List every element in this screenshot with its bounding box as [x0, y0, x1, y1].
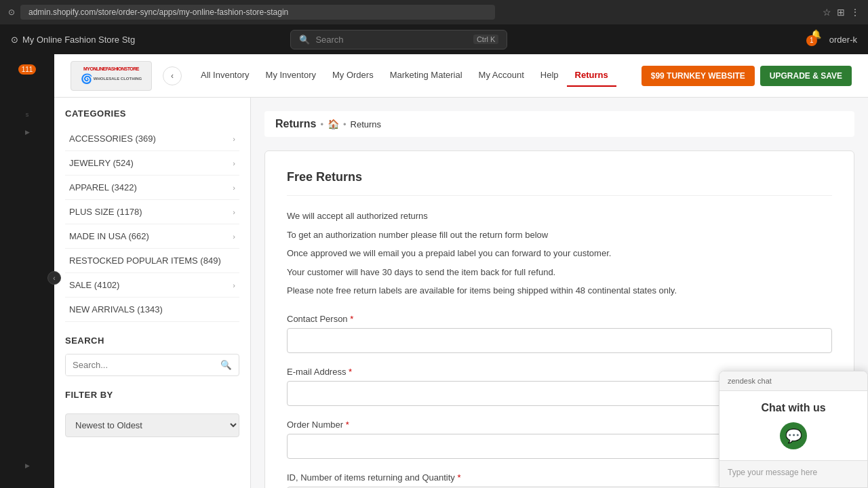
search-button[interactable]: 🔍 — [214, 354, 239, 375]
nav-returns[interactable]: Returns — [567, 64, 616, 87]
page-title-label: Returns — [275, 118, 316, 130]
chat-icon: 💬 — [780, 422, 807, 449]
search-input[interactable] — [66, 354, 214, 375]
upgrade-button[interactable]: UPGRADE & SAVE — [760, 66, 852, 86]
category-restocked[interactable]: RESTOCKED POPULAR ITEMS (849) — [65, 249, 239, 273]
chevron-right-icon: › — [233, 232, 235, 241]
nav-all-inventory[interactable]: All Inventory — [193, 64, 258, 87]
chat-widget: zendesk chat Chat with us 💬 Type your me… — [719, 371, 868, 488]
shopify-search-bar[interactable]: 🔍 Search Ctrl K — [290, 30, 507, 49]
store-name-label: ⊙ My Online Fashion Store Stg — [11, 35, 135, 45]
category-plus-size[interactable]: PLUS SIZE (1178) › — [65, 200, 239, 224]
nav-my-orders[interactable]: My Orders — [324, 64, 382, 87]
nav-back-button[interactable]: ‹ — [163, 66, 182, 85]
breadcrumb-home-icon: 🏠 — [328, 119, 339, 129]
breadcrumb-separator-2: • — [343, 119, 347, 129]
category-accessories[interactable]: ACCESSORIES (369) › — [65, 127, 239, 151]
sidebar-item-bottom: ▶ — [22, 457, 33, 474]
notification-icon[interactable]: 🔔 1 — [810, 29, 821, 50]
categories-title: CATEGORIES — [65, 108, 239, 119]
topbar-right: 🔔 1 order-k — [810, 29, 857, 50]
nav-marketing-material[interactable]: Marketing Material — [382, 64, 471, 87]
chat-input-placeholder: Type your message here — [728, 468, 817, 477]
sidebar-toggle[interactable]: ‹ — [47, 271, 61, 285]
filter-select[interactable]: Newest to Oldest Oldest to Newest Price:… — [65, 413, 239, 437]
app-header: MYONLINEFASHIONSTORE 🌀 WHOLESALE CLOTHIN… — [54, 54, 868, 98]
search-icon: 🔍 — [220, 360, 232, 370]
category-made-in-usa[interactable]: MADE IN USA (662) › — [65, 224, 239, 249]
nav-my-inventory[interactable]: My Inventory — [258, 64, 324, 87]
chevron-right-icon: › — [233, 208, 235, 216]
field-contact-person: Contact Person * — [287, 314, 832, 353]
turnkey-button[interactable]: $99 TURNKEY WEBSITE — [642, 66, 755, 86]
category-sale[interactable]: SALE (4102) › — [65, 273, 239, 298]
left-panel: CATEGORIES ACCESSORIES (369) › JEWELRY (… — [54, 98, 251, 488]
shopify-topbar: ⊙ My Online Fashion Store Stg 🔍 Search C… — [0, 24, 868, 54]
app-nav: All Inventory My Inventory My Orders Mar… — [193, 64, 642, 87]
filter-section: FILTER BY Newest to Oldest Oldest to New… — [65, 390, 239, 437]
store-icon: ⊙ — [11, 35, 18, 45]
search-box: 🔍 — [65, 354, 239, 376]
chat-bubble-icon: 💬 — [785, 428, 802, 444]
browser-toolbar: ☆ ⊞ ⋮ — [823, 7, 860, 18]
nav-my-account[interactable]: My Account — [471, 64, 532, 87]
chat-title: Chat with us — [761, 402, 825, 414]
breadcrumb-separator: • — [320, 119, 323, 129]
app-logo: MYONLINEFASHIONSTORE 🌀 WHOLESALE CLOTHIN… — [71, 61, 152, 91]
search-section: SEARCH 🔍 — [65, 336, 239, 376]
chevron-right-icon: › — [233, 159, 235, 167]
settings-icon[interactable]: ⋮ — [850, 7, 860, 18]
nav-help[interactable]: Help — [532, 64, 567, 87]
notification-badge: 1 — [806, 35, 817, 46]
sidebar-store-badge: 111 — [0, 60, 54, 79]
category-apparel[interactable]: APPAREL (3422) › — [65, 176, 239, 200]
sidebar-item-2: ▶ — [0, 123, 54, 141]
user-label: order-k — [829, 35, 857, 45]
policy-1: We will accept all authorized returns — [287, 209, 832, 223]
browser-favicon: ⊙ — [8, 7, 15, 17]
shopify-sidebar: 111 ‹ s ▶ ▶ — [0, 54, 54, 488]
breadcrumb-current: Returns — [351, 119, 382, 129]
extensions-icon[interactable]: ⊞ — [837, 7, 845, 18]
browser-bar: ⊙ admin.shopify.com/store/order-sync/app… — [0, 0, 868, 24]
categories-list: ACCESSORIES (369) › JEWELRY (524) › APPA… — [65, 127, 239, 322]
label-contact-person: Contact Person * — [287, 314, 832, 324]
chevron-right-icon: › — [233, 184, 235, 192]
bookmark-icon[interactable]: ☆ — [823, 7, 831, 18]
logo-image: MYONLINEFASHIONSTORE 🌀 WHOLESALE CLOTHIN… — [71, 61, 152, 91]
chat-body: Chat with us 💬 — [719, 391, 867, 460]
policy-2: To get an authorization number please fi… — [287, 228, 832, 242]
breadcrumb: Returns • 🏠 • Returns — [264, 111, 854, 137]
search-shortcut: Ctrl K — [473, 35, 499, 44]
sidebar-item-1: s — [0, 106, 54, 123]
search-title: SEARCH — [65, 336, 239, 346]
chevron-right-icon: › — [233, 281, 235, 289]
policy-5: Please note free return labels are avail… — [287, 284, 832, 298]
chat-header: zendesk chat — [719, 371, 867, 391]
chat-input-area[interactable]: Type your message here — [719, 460, 867, 487]
logo-icon: 🌀 — [81, 73, 92, 85]
category-new-arrivals[interactable]: NEW ARRIVALS (1343) — [65, 298, 239, 322]
input-contact-person[interactable] — [287, 328, 832, 353]
category-jewelry[interactable]: JEWELRY (524) › — [65, 151, 239, 176]
form-heading: Free Returns — [287, 170, 832, 196]
address-bar[interactable]: admin.shopify.com/store/order-sync/apps/… — [20, 5, 495, 20]
filter-title: FILTER BY — [65, 390, 239, 400]
policy-3: Once approved we will email you a prepai… — [287, 247, 832, 260]
chevron-right-icon: › — [233, 135, 235, 143]
search-icon: 🔍 — [299, 35, 310, 45]
policy-4: Your customer will have 30 days to send … — [287, 266, 832, 279]
